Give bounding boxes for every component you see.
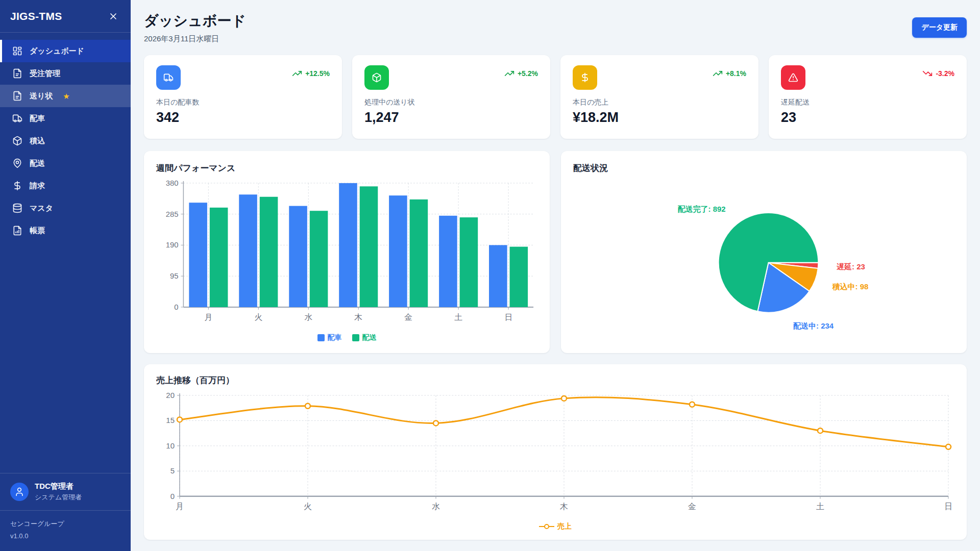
svg-text:土: 土	[816, 502, 824, 511]
legend-item[interactable]: 売上	[539, 522, 572, 531]
svg-text:5: 5	[170, 466, 175, 475]
kpi-label: 本日の売上	[573, 98, 746, 107]
app-title: JIGS-TMS	[10, 10, 62, 22]
user-role: システム管理者	[35, 493, 82, 502]
document-icon	[12, 68, 22, 79]
sidebar-item-label: 積込	[30, 136, 45, 146]
sidebar-item-label: 帳票	[30, 226, 45, 236]
sidebar-item-delivery[interactable]: 配送	[0, 152, 131, 174]
package-icon	[12, 136, 22, 146]
delivery-status-chart-card: 配送状況 遅延: 23積込中: 98配送中: 234配送完了: 892	[561, 151, 967, 353]
sidebar-item-master[interactable]: マスタ	[0, 197, 131, 219]
trend-down-badge: -3.2%	[922, 68, 954, 79]
dollar-icon	[12, 181, 22, 191]
svg-text:190: 190	[166, 241, 179, 249]
refresh-data-button[interactable]: データ更新	[912, 17, 967, 38]
sidebar-item-label: ダッシュボード	[30, 46, 84, 56]
kpi-value: 342	[156, 110, 330, 126]
main-content: ダッシュボード 2026年3月11日水曜日 データ更新 +12.5% 本日の配車…	[131, 0, 980, 551]
svg-text:火: 火	[304, 502, 312, 511]
map-pin-icon	[12, 158, 22, 168]
chart-title: 週間パフォーマンス	[156, 162, 537, 174]
page-date: 2026年3月11日水曜日	[144, 34, 246, 44]
sidebar-item-dashboard[interactable]: ダッシュボード	[0, 40, 131, 62]
user-icon	[14, 487, 24, 497]
svg-text:日: 日	[504, 313, 512, 321]
sidebar-item-label: マスタ	[30, 204, 53, 213]
trend-down-icon	[922, 68, 933, 79]
page-title: ダッシュボード	[144, 11, 246, 31]
sidebar-item-label: 請求	[30, 181, 45, 191]
svg-text:380: 380	[166, 179, 179, 187]
star-icon: ★	[63, 92, 69, 100]
sidebar-item-orders[interactable]: 受注管理	[0, 62, 131, 85]
svg-text:20: 20	[166, 391, 175, 399]
sidebar-nav: ダッシュボード 受注管理 送り状 ★ 配車 積込 配送 請求 マス	[0, 33, 131, 242]
sales-trend-chart-card: 売上推移（百万円） 05101520月火水木金土日 売上	[144, 364, 967, 540]
sidebar-item-label: 配車	[30, 114, 45, 123]
user-name: TDC管理者	[35, 482, 82, 491]
avatar	[10, 483, 29, 501]
svg-text:水: 水	[304, 313, 312, 321]
svg-text:金: 金	[404, 313, 412, 321]
sales-trend-line-chart: 05101520月火水木金土日	[156, 390, 954, 521]
svg-text:水: 水	[432, 502, 440, 511]
kpi-card-dispatch-count: +12.5% 本日の配車数 342	[144, 55, 342, 139]
chart-title: 配送状況	[573, 162, 954, 174]
svg-text:火: 火	[254, 313, 262, 321]
legend-item[interactable]: 配車	[317, 333, 342, 342]
report-icon	[12, 226, 22, 236]
trend-up-icon	[504, 68, 514, 79]
close-button[interactable]	[106, 9, 120, 23]
svg-text:95: 95	[170, 272, 178, 280]
sidebar-header: JIGS-TMS	[0, 0, 131, 33]
svg-text:0: 0	[170, 492, 175, 500]
kpi-card-delayed-deliveries: -3.2% 遅延配送 23	[769, 55, 967, 139]
sidebar-footer: センコーグループ v1.0.0	[0, 510, 131, 551]
kpi-label: 処理中の送り状	[364, 98, 538, 107]
sidebar-item-dispatch[interactable]: 配車	[0, 107, 131, 130]
kpi-row: +12.5% 本日の配車数 342 +5.2% 処理中の送り状 1,247 +8…	[144, 55, 967, 139]
sidebar: JIGS-TMS ダッシュボード 受注管理 送り状 ★ 配車 積込 配送	[0, 0, 131, 551]
kpi-value: ¥18.2M	[573, 110, 746, 126]
kpi-card-processing-invoices: +5.2% 処理中の送り状 1,247	[352, 55, 550, 139]
kpi-label: 本日の配車数	[156, 98, 330, 107]
weekly-performance-chart-card: 週間パフォーマンス 095190285380月火水木金土日 配車配送	[144, 151, 550, 353]
kpi-value: 23	[781, 110, 954, 126]
alert-triangle-icon	[781, 65, 805, 90]
kpi-card-today-sales: +8.1% 本日の売上 ¥18.2M	[560, 55, 758, 139]
weekly-performance-bar-chart: 095190285380月火水木金土日	[156, 178, 537, 332]
bar-chart-legend: 配車配送	[156, 332, 537, 343]
svg-text:金: 金	[688, 502, 696, 511]
sidebar-item-reports[interactable]: 帳票	[0, 219, 131, 242]
sidebar-item-loading[interactable]: 積込	[0, 130, 131, 152]
database-icon	[12, 203, 22, 213]
trend-up-badge: +5.2%	[504, 68, 538, 79]
org-name: センコーグループ	[10, 518, 120, 530]
line-chart-legend: 売上	[156, 521, 954, 532]
close-icon	[108, 11, 118, 21]
sidebar-item-invoice[interactable]: 送り状 ★	[0, 85, 131, 107]
trend-up-badge: +8.1%	[713, 68, 746, 79]
svg-text:日: 日	[944, 502, 952, 511]
svg-text:土: 土	[454, 313, 462, 321]
truck-icon	[156, 65, 181, 90]
svg-text:配送中: 234: 配送中: 234	[793, 322, 834, 331]
package-icon	[364, 65, 389, 90]
chart-title: 売上推移（百万円）	[156, 374, 954, 386]
trend-up-badge: +12.5%	[292, 68, 330, 79]
sidebar-item-billing[interactable]: 請求	[0, 174, 131, 197]
sidebar-item-label: 配送	[30, 159, 45, 168]
svg-text:木: 木	[354, 313, 362, 321]
truck-icon	[12, 113, 22, 123]
page-header: ダッシュボード 2026年3月11日水曜日 データ更新	[144, 11, 967, 44]
trend-up-icon	[713, 68, 723, 79]
svg-text:10: 10	[166, 441, 175, 450]
app-version: v1.0.0	[10, 530, 120, 542]
svg-text:285: 285	[166, 210, 179, 218]
svg-text:0: 0	[174, 303, 178, 311]
legend-item[interactable]: 配送	[352, 333, 377, 342]
delivery-status-pie-chart: 遅延: 23積込中: 98配送中: 234配送完了: 892	[573, 178, 954, 345]
trend-up-icon	[292, 68, 302, 79]
document-icon	[12, 91, 22, 101]
